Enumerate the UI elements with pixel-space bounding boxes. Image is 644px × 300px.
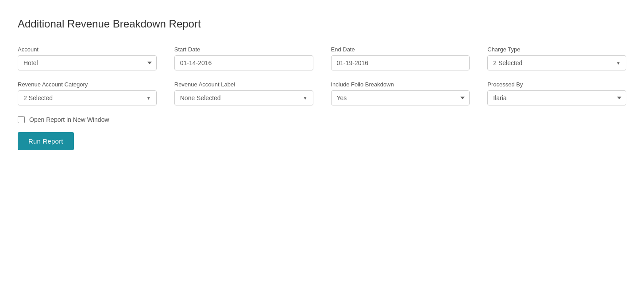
run-report-button[interactable]: Run Report [18,132,74,150]
start-date-field: Start Date [174,46,313,70]
charge-type-dropdown[interactable]: 2 Selected ▼ [487,55,626,70]
include-folio-breakdown-field: Include Folio Breakdown Yes No [331,81,470,105]
end-date-input[interactable] [331,55,470,70]
end-date-label: End Date [331,46,470,53]
start-date-label: Start Date [174,46,313,53]
charge-type-field: Charge Type 2 Selected ▼ [487,46,626,70]
charge-type-label: Charge Type [487,46,626,53]
revenue-account-category-value: 2 Selected [23,94,53,101]
open-new-window-checkbox[interactable] [18,116,25,123]
revenue-account-category-label: Revenue Account Category [18,81,157,88]
page-container: Additional Revenue Breakdown Report Acco… [0,0,644,168]
processed-by-select[interactable]: Ilaria All [487,90,626,105]
include-folio-breakdown-label: Include Folio Breakdown [331,81,470,88]
page-title: Additional Revenue Breakdown Report [18,18,626,30]
revenue-account-label-field: Revenue Account Label None Selected ▼ [174,81,313,105]
account-select[interactable]: Hotel All [18,55,157,70]
revenue-account-label-label: Revenue Account Label [174,81,313,88]
start-date-input[interactable] [174,55,313,70]
revenue-account-label-dropdown[interactable]: None Selected ▼ [174,90,313,105]
charge-type-value: 2 Selected [493,59,522,66]
account-label: Account [18,46,157,53]
revenue-account-category-arrow-icon: ▼ [147,96,151,101]
include-folio-breakdown-select[interactable]: Yes No [331,90,470,105]
processed-by-label: Processed By [487,81,626,88]
revenue-account-label-value: None Selected [180,94,221,101]
open-new-window-row: Open Report in New Window [18,116,626,123]
form-grid: Account Hotel All Start Date End Date Ch… [18,46,626,105]
charge-type-arrow-icon: ▼ [616,61,621,66]
end-date-field: End Date [331,46,470,70]
open-new-window-label[interactable]: Open Report in New Window [29,116,109,123]
revenue-account-category-field: Revenue Account Category 2 Selected ▼ [18,81,157,105]
processed-by-field: Processed By Ilaria All [487,81,626,105]
account-field: Account Hotel All [18,46,157,70]
revenue-account-label-arrow-icon: ▼ [303,96,308,101]
revenue-account-category-dropdown[interactable]: 2 Selected ▼ [18,90,157,105]
